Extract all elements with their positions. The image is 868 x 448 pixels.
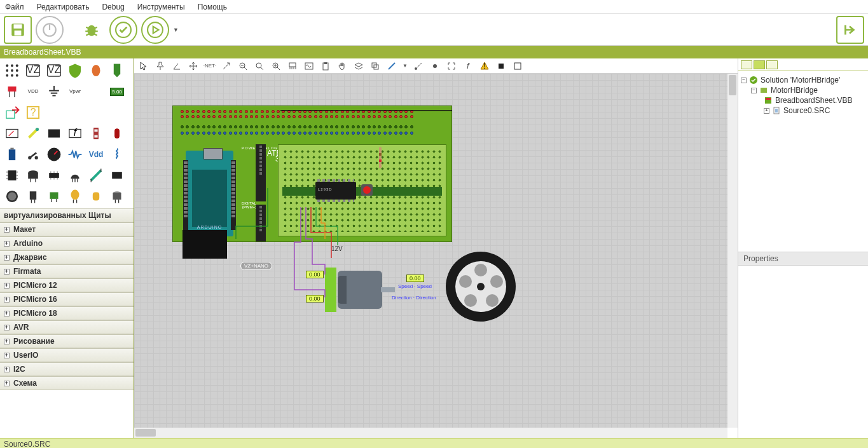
ct-clipboard[interactable]: [320, 60, 331, 72]
breadboard[interactable]: L293D: [278, 144, 446, 236]
tree-project[interactable]: − MotorHBridge: [741, 85, 865, 95]
expand-icon[interactable]: +: [4, 227, 10, 233]
bug-button[interactable]: [78, 16, 106, 44]
ct-arrow[interactable]: [221, 60, 232, 72]
ct-zoom-fit[interactable]: [254, 60, 265, 72]
collapse-icon[interactable]: −: [751, 88, 757, 93]
tool-red-conn[interactable]: [3, 82, 22, 101]
tool-vdd2[interactable]: Vdd: [86, 145, 106, 164]
category-avr[interactable]: +AVR: [0, 320, 134, 334]
tool-ic-chip[interactable]: [45, 166, 64, 185]
tool-func[interactable]: f: [65, 124, 85, 143]
tool-cap-yellow[interactable]: [65, 187, 85, 206]
tool-cap[interactable]: [24, 166, 43, 185]
tool-vdd[interactable]: VDD: [24, 82, 43, 101]
tool-led-red[interactable]: [107, 124, 127, 143]
menu-file[interactable]: Файл: [5, 3, 24, 11]
collapse-icon[interactable]: −: [741, 78, 747, 83]
menu-help[interactable]: Помощь: [198, 3, 227, 11]
category-shields[interactable]: виртуализированных Щиты: [0, 208, 134, 222]
ct-box[interactable]: [512, 60, 523, 72]
menu-edit[interactable]: Редактировать: [37, 3, 90, 11]
tool-transistor[interactable]: [65, 166, 85, 185]
tool-motor-icon[interactable]: [3, 187, 22, 206]
vertical-scrollbar[interactable]: [727, 74, 738, 428]
canvas[interactable]: /*placeholder*/ ARDUINO NANO POWER ANALO…: [134, 74, 738, 438]
view-tab-2[interactable]: [754, 60, 765, 69]
category-drawing[interactable]: +Рисование: [0, 334, 134, 348]
category-list[interactable]: виртуализированных Щиты +Макет +Arduino …: [0, 208, 134, 438]
tool-gnd-icon[interactable]: [45, 82, 64, 101]
tool-vz-shield2[interactable]: VZ: [45, 61, 64, 80]
tool-switch[interactable]: [24, 145, 43, 164]
sheet-tab[interactable]: BreadboardSheet.VBB: [0, 46, 868, 58]
wheel[interactable]: [446, 252, 516, 322]
tool-5v-display[interactable]: 5.00: [107, 82, 127, 101]
ct-brush[interactable]: [287, 60, 298, 72]
expand-icon[interactable]: +: [4, 367, 10, 372]
category-maket[interactable]: +Макет: [0, 222, 134, 236]
tool-vpwr[interactable]: Vpwr: [65, 82, 85, 101]
ct-net[interactable]: ·NET·: [204, 60, 216, 72]
expand-icon[interactable]: +: [4, 353, 10, 358]
ct-junction[interactable]: [429, 60, 441, 72]
dc-motor[interactable]: [338, 271, 382, 309]
resistor[interactable]: [379, 147, 382, 168]
ct-pin[interactable]: [155, 60, 166, 72]
power-jack[interactable]: [183, 230, 227, 259]
expand-icon[interactable]: +: [4, 241, 10, 247]
ct-pointer[interactable]: [138, 60, 149, 72]
view-tab-3[interactable]: [766, 60, 778, 69]
category-firmata[interactable]: +Firmata: [0, 264, 134, 278]
run-dropdown-icon[interactable]: ▼: [173, 27, 179, 33]
view-tab-1[interactable]: [741, 60, 752, 69]
header-digital[interactable]: [256, 205, 266, 241]
ct-chip[interactable]: [495, 60, 507, 72]
ct-layers[interactable]: [353, 60, 364, 72]
ct-warning[interactable]: !: [479, 60, 490, 72]
expand-icon[interactable]: +: [4, 283, 10, 288]
tool-resistor[interactable]: [65, 145, 85, 164]
push-button[interactable]: [361, 184, 373, 196]
tool-pot[interactable]: [24, 187, 43, 206]
ct-line[interactable]: [386, 60, 397, 72]
check-button[interactable]: [109, 16, 137, 44]
tool-meter[interactable]: [3, 124, 22, 143]
tool-conn-green[interactable]: [45, 187, 64, 206]
tool-gauge[interactable]: [45, 145, 64, 164]
category-pic12[interactable]: +PICMicro 12: [0, 278, 134, 292]
category-jarvis[interactable]: +Джарвис: [0, 250, 134, 264]
ct-hand[interactable]: [336, 60, 348, 72]
expand-icon[interactable]: +: [4, 255, 10, 261]
tool-probe[interactable]: [24, 124, 43, 143]
tool-import[interactable]: [3, 103, 22, 122]
motor-terminal[interactable]: [325, 268, 336, 312]
tool-green-shield[interactable]: [65, 61, 85, 80]
tree-source[interactable]: + Source0.SRC: [741, 105, 865, 116]
arduino-nano[interactable]: ARDUINO NANO: [186, 151, 233, 236]
ct-fx[interactable]: f: [462, 60, 474, 72]
menu-tools[interactable]: Инструменты: [137, 3, 185, 11]
tool-help[interactable]: ?: [24, 103, 43, 122]
ct-move[interactable]: [188, 60, 199, 72]
tree-sheet[interactable]: BreadboardSheet.VBB: [741, 95, 865, 105]
expand-icon[interactable]: +: [4, 339, 10, 344]
ct-stack[interactable]: [369, 60, 381, 72]
ct-zoom-in[interactable]: [270, 60, 282, 72]
tool-vz-shield[interactable]: VZ: [24, 61, 43, 80]
tool-diode[interactable]: [86, 166, 106, 185]
source-tab[interactable]: Source0.SRC: [0, 438, 868, 448]
ct-corners[interactable]: [446, 60, 457, 72]
save-button[interactable]: [4, 16, 32, 44]
tool-ecap[interactable]: [107, 187, 127, 206]
goto-button[interactable]: [836, 16, 864, 44]
ct-scope[interactable]: [303, 60, 315, 72]
solution-tree[interactable]: − Solution 'MotorHBridge' − MotorHBridge…: [738, 71, 868, 252]
tool-pin-grid[interactable]: [3, 61, 22, 80]
expand-icon[interactable]: +: [4, 311, 10, 316]
category-i2c[interactable]: +I2C: [0, 362, 134, 376]
tool-ic[interactable]: [3, 166, 22, 185]
tool-battery[interactable]: [3, 145, 22, 164]
ct-zoom-out[interactable]: [237, 60, 249, 72]
run-button[interactable]: [141, 16, 169, 44]
